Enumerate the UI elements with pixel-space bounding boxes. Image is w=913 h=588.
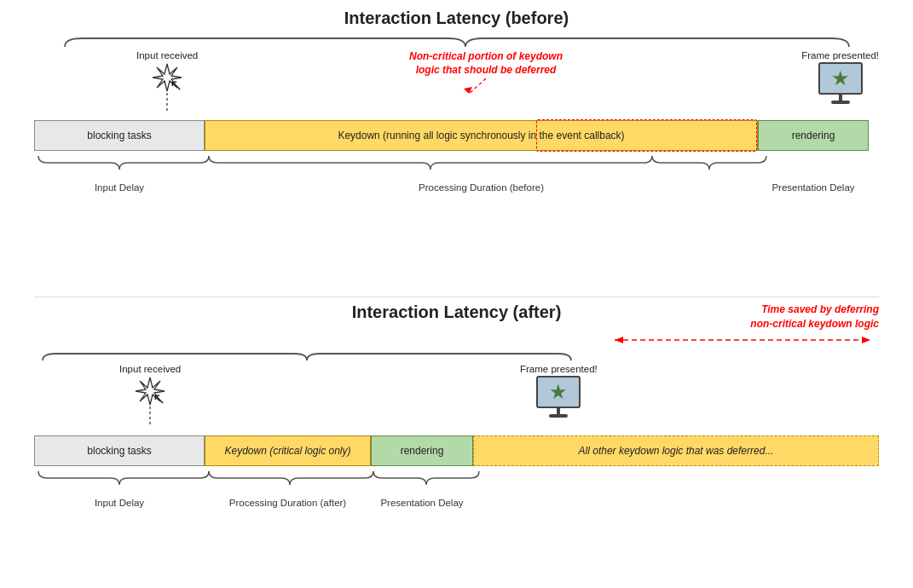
bottom-processing-label: Processing Duration (after) [205,498,371,508]
top-rendering-label: rendering [792,130,835,141]
bottom-blocking-label: blocking tasks [87,445,151,457]
bottom-keydown-label: Keydown (critical logic only) [224,445,350,457]
top-input-received: Input received ↖ [136,50,198,112]
bottom-monitor: ★ [536,376,581,418]
bottom-input-received: Input received ↖ [119,364,181,425]
top-blocking-bar: blocking tasks [34,120,205,151]
deferred-note-arrow [460,78,511,95]
outer-brace-svg [56,35,858,50]
top-outer-brace [34,35,879,50]
top-monitor: ★ [818,62,863,104]
top-title: Interaction Latency (before) [34,9,879,28]
top-bar-row: blocking tasks Keydown (running all logi… [34,118,879,153]
bottom-monitor-base [549,414,568,418]
top-keydown-label: Keydown (running all logic synchronously… [338,130,624,141]
svg-line-2 [469,78,486,94]
bottom-label-row: Input Delay Processing Duration (after) … [34,498,879,508]
cursor-icon: ↖ [170,78,182,93]
bottom-outer-brace [34,350,879,364]
top-frame-presented: Frame presented! ★ [801,50,879,104]
bottom-sub-brace-svg [34,470,879,497]
top-keydown-bar: Keydown (running all logic synchronously… [205,120,758,151]
deferred-note-line1: Non-critical portion of keydown [409,50,563,62]
bottom-header-row: Interaction Latency (after) Time saved b… [34,303,879,331]
divider [34,297,879,297]
bottom-rendering-label: rendering [401,445,444,457]
bottom-bar-row: blocking tasks Keydown (critical logic o… [34,434,879,468]
time-saved-block: Time saved by deferring non-critical key… [667,303,879,331]
bottom-presentation-label: Presentation Delay [371,498,473,508]
top-frame-label: Frame presented! [801,50,879,61]
time-saved-line1: Time saved by deferring [761,303,879,315]
bottom-input-label: Input received [119,364,181,374]
svg-marker-3 [464,87,472,94]
monitor-stand [839,95,842,101]
time-saved-arrow-svg [606,333,879,347]
bottom-input-dashed-line [149,406,151,425]
top-rendering-bar: rendering [758,120,869,151]
bottom-blocking-bar: blocking tasks [34,435,205,466]
bottom-deferred-label: All other keydown logic that was deferre… [579,445,774,457]
bottom-outer-brace-svg [34,350,580,364]
time-saved-line2: non-critical keydown logic [750,318,879,330]
bottom-frame-presented: Frame presented! ★ [520,364,598,418]
bottom-title: Interaction Latency (after) [246,303,668,322]
monitor-base [831,101,850,104]
top-presentation-label: Presentation Delay [758,182,869,193]
svg-marker-6 [862,337,870,343]
top-label-row: Input Delay Processing Duration (before)… [34,182,879,193]
bottom-cursor-icon: ↖ [153,391,165,406]
bottom-sub-braces [34,470,879,497]
svg-marker-5 [615,337,623,343]
bottom-monitor-stand [557,408,560,414]
top-input-dashed-line [166,93,168,112]
bottom-annotations: Input received ↖ Frame presented! ★ [34,364,879,434]
top-sub-brace-svg [34,154,879,182]
bottom-input-delay-label: Input Delay [34,498,205,508]
bottom-deferred-bar: All other keydown logic that was deferre… [473,435,879,466]
bottom-frame-label: Frame presented! [520,364,598,374]
bottom-diagram: Interaction Latency (after) Time saved b… [34,303,879,508]
top-processing-label: Processing Duration (before) [205,182,758,193]
bottom-rendering-bar: rendering [371,435,473,466]
top-diagram: Interaction Latency (before) Input recei… [34,9,879,193]
top-sub-braces [34,154,879,182]
top-input-delay-label: Input Delay [34,182,205,193]
bottom-keydown-bar: Keydown (critical logic only) [205,435,371,466]
top-blocking-label: blocking tasks [87,130,151,141]
monitor-screen: ★ [818,62,863,95]
top-input-received-label: Input received [136,50,198,61]
top-annotations-row: Input received ↖ Frame presented! ★ [34,50,879,118]
top-deferred-note: Non-critical portion of keydown logic th… [401,50,571,98]
time-saved-arrow-row [34,333,879,347]
deferred-note-line2: logic that should be deferred [416,64,557,76]
bottom-monitor-screen: ★ [536,376,581,408]
